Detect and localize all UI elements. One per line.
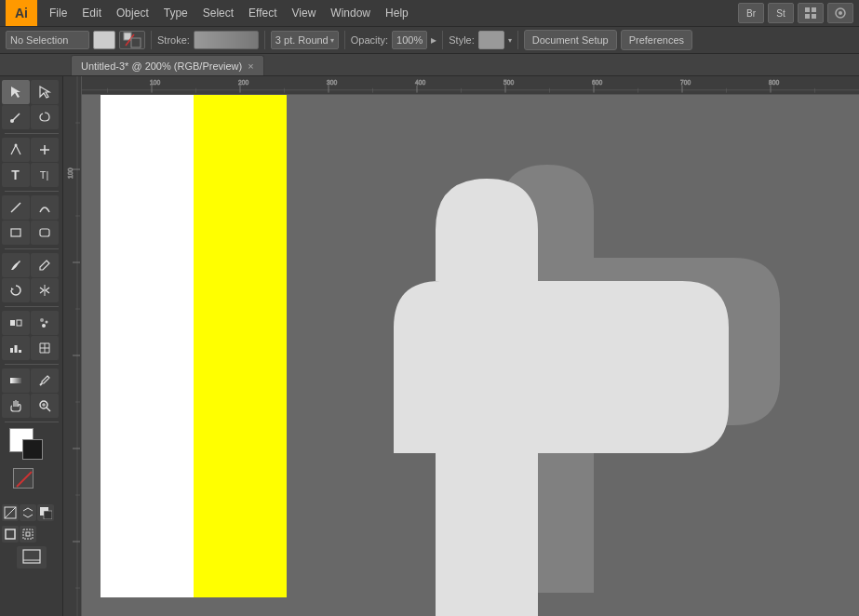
tool-divider-4: [5, 306, 59, 307]
tool-row-7: [2, 253, 61, 277]
add-anchor-tool-btn[interactable]: [31, 138, 59, 162]
zoom-tool-btn[interactable]: [31, 394, 59, 418]
svg-text:500: 500: [503, 79, 514, 86]
tool-divider-3: [5, 248, 59, 249]
svg-point-22: [45, 321, 47, 324]
tool-row-3: [2, 138, 61, 162]
tool-row-6: [2, 221, 61, 245]
svg-rect-0: [805, 7, 810, 12]
svg-text:800: 800: [769, 79, 779, 86]
type-tool-btn[interactable]: T: [2, 163, 30, 187]
menu-view[interactable]: View: [286, 5, 323, 21]
svg-text:700: 700: [680, 79, 691, 86]
style-swatch[interactable]: [478, 31, 504, 49]
menu-edit[interactable]: Edit: [75, 5, 108, 21]
arc-tool-btn[interactable]: [31, 195, 59, 220]
rotate-tool-btn[interactable]: [2, 278, 30, 302]
stroke-label: Stroke:: [157, 34, 190, 46]
lasso-tool-btn[interactable]: [31, 105, 59, 129]
swap-colors-btn[interactable]: [20, 504, 36, 521]
ruler-top: 100 200 300 400 500 600 700 800: [63, 76, 859, 95]
svg-line-41: [5, 507, 16, 518]
app-icons: Br St: [738, 3, 853, 23]
fill-swatch[interactable]: [93, 31, 115, 49]
svg-marker-17: [11, 288, 14, 290]
separator-4: [442, 31, 443, 49]
settings-icon-btn[interactable]: [827, 3, 853, 23]
menu-file[interactable]: File: [43, 5, 74, 21]
svg-rect-25: [14, 345, 17, 353]
touch-type-icon: T|: [40, 169, 49, 181]
stroke-icon-btn[interactable]: [119, 31, 145, 49]
app-logo: Ai: [6, 0, 37, 26]
svg-rect-24: [10, 348, 13, 353]
selection-display[interactable]: No Selection: [6, 31, 89, 49]
svg-text:200: 200: [238, 79, 248, 86]
grid-icon-btn[interactable]: [798, 3, 824, 23]
main-area: T T|: [0, 76, 859, 616]
hand-tool-btn[interactable]: [2, 394, 30, 418]
tab-close-button[interactable]: ×: [248, 60, 253, 72]
menu-select[interactable]: Select: [196, 5, 240, 21]
opacity-value-display[interactable]: 100%: [392, 31, 427, 49]
default-colors-btn[interactable]: [37, 504, 54, 521]
gradient-tool-btn[interactable]: [2, 368, 30, 393]
pencil-tool-btn[interactable]: [31, 253, 59, 277]
svg-point-23: [42, 324, 46, 328]
canvas-area[interactable]: 100 200 300 400 500 600 700 800: [63, 76, 859, 616]
blend-tool-btn[interactable]: [2, 311, 30, 335]
svg-point-10: [10, 119, 14, 123]
rectangle-tool-btn[interactable]: [2, 221, 30, 245]
background-color-swatch[interactable]: [22, 439, 43, 460]
menu-effect[interactable]: Effect: [242, 5, 283, 21]
menu-object[interactable]: Object: [110, 5, 155, 21]
stroke-color-bar[interactable]: [194, 31, 259, 49]
stroke-indicator[interactable]: [13, 468, 34, 489]
magic-wand-tool-btn[interactable]: [2, 105, 30, 129]
bridge-icon-btn[interactable]: Br: [738, 3, 764, 23]
tool-row-12: [2, 394, 61, 418]
stock-icon-btn[interactable]: St: [768, 3, 794, 23]
tool-row-11: [2, 368, 61, 393]
fill-none-btn[interactable]: [2, 504, 19, 521]
line-tool-btn[interactable]: [2, 195, 30, 220]
options-bar: No Selection Stroke: 3 pt. Round ▾ Opaci…: [0, 26, 859, 54]
draw-inside-btn[interactable]: [20, 526, 36, 542]
stroke-weight-dropdown[interactable]: 3 pt. Round ▾: [271, 31, 339, 49]
tab-bar: Untitled-3* @ 200% (RGB/Preview) ×: [0, 54, 859, 76]
symbol-sprayer-btn[interactable]: [31, 311, 59, 335]
document-setup-button[interactable]: Document Setup: [524, 30, 617, 50]
column-graph-btn[interactable]: [2, 336, 30, 360]
direct-selection-tool-btn[interactable]: [31, 80, 59, 104]
selection-tool-btn[interactable]: [2, 80, 30, 104]
menu-window[interactable]: Window: [324, 5, 377, 21]
pen-tool-btn[interactable]: [2, 138, 30, 162]
svg-rect-8: [131, 38, 141, 47]
ruler-left: 100: [63, 76, 82, 616]
preferences-button[interactable]: Preferences: [621, 30, 692, 50]
touch-type-tool-btn[interactable]: T|: [31, 163, 59, 187]
svg-rect-19: [10, 320, 15, 326]
document-tab[interactable]: Untitled-3* @ 200% (RGB/Preview) ×: [71, 55, 264, 75]
svg-rect-47: [23, 550, 40, 563]
opacity-arrow-icon[interactable]: ▸: [431, 33, 436, 47]
svg-rect-45: [23, 529, 33, 539]
svg-rect-76: [63, 76, 81, 616]
eyedropper-tool-btn[interactable]: [31, 368, 59, 393]
paintbrush-tool-btn[interactable]: [2, 253, 30, 277]
screen-mode-btn[interactable]: [17, 546, 47, 569]
mesh-tool-btn[interactable]: [31, 336, 59, 360]
menu-type[interactable]: Type: [157, 5, 195, 21]
tool-row-modes: [2, 526, 61, 542]
svg-rect-1: [812, 7, 816, 12]
svg-text:400: 400: [415, 79, 425, 86]
tool-row-bottom: [2, 504, 61, 521]
separator-5: [517, 31, 518, 49]
reflect-tool-btn[interactable]: [31, 278, 59, 302]
svg-text:100: 100: [150, 79, 160, 86]
menu-help[interactable]: Help: [379, 5, 415, 21]
draw-normal-btn[interactable]: [2, 526, 19, 542]
style-chevron-icon[interactable]: ▾: [508, 36, 512, 45]
rounded-rect-tool-btn[interactable]: [31, 221, 59, 245]
style-label: Style:: [449, 34, 475, 46]
